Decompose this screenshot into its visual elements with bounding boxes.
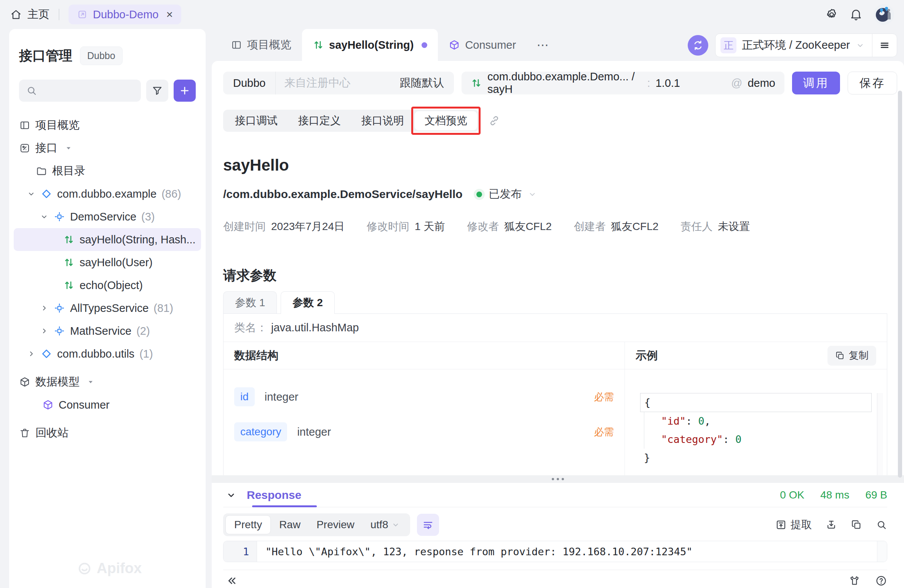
sidebar-item-alltypesservice[interactable]: AllTypesService (81) bbox=[14, 297, 201, 320]
encoding-label: utf8 bbox=[371, 519, 388, 531]
open-project-icon bbox=[77, 9, 88, 20]
save-button[interactable]: 保存 bbox=[848, 72, 897, 94]
field-name[interactable]: id bbox=[234, 387, 255, 406]
copy-example-button[interactable]: 复制 bbox=[827, 346, 876, 366]
panel-columns: 数据结构 id integer 必需 category integer bbox=[224, 342, 887, 475]
tab-consumer[interactable]: Consumer bbox=[438, 29, 527, 61]
invoke-button[interactable]: 调用 bbox=[792, 72, 840, 94]
sidebar-item-consumer-model[interactable]: Consumer bbox=[14, 393, 201, 416]
download-icon[interactable] bbox=[826, 519, 837, 530]
sidebar-item-package-utils[interactable]: com.dubbo.utils (1) bbox=[14, 342, 201, 365]
protocol-select[interactable]: Dubbo bbox=[223, 77, 275, 89]
topbar: 主页 Dubbo-Demo × bbox=[0, 0, 904, 29]
chevron-right-icon[interactable] bbox=[40, 304, 49, 313]
doc-path: /com.dubbo.example.DemoService/sayHello bbox=[223, 188, 463, 201]
mode-pretty[interactable]: Pretty bbox=[225, 515, 271, 534]
encoding-select[interactable]: utf8 bbox=[363, 515, 408, 534]
caret-down-icon[interactable] bbox=[87, 378, 94, 386]
home-button[interactable]: 主页 bbox=[10, 7, 50, 22]
copy-icon[interactable] bbox=[851, 519, 862, 530]
response-view-segmented: Pretty Raw Preview utf8 bbox=[223, 513, 410, 536]
avatar[interactable] bbox=[874, 4, 894, 25]
help-icon[interactable] bbox=[875, 575, 887, 587]
example-scrollbar[interactable] bbox=[877, 393, 883, 475]
sidebar-item-interfaces[interactable]: 接口 bbox=[14, 137, 201, 160]
sidebar-item-package-example[interactable]: com.dubbo.example (86) bbox=[14, 182, 201, 205]
field-row-id: id integer 必需 bbox=[234, 385, 614, 409]
service-path-field[interactable]: com.dubbo.example.Demo... / sayH : 1.0.1… bbox=[462, 72, 784, 94]
apifox-watermark: Apifox bbox=[77, 560, 142, 577]
environment-selector[interactable]: 正 正式环境 / ZooKeeper bbox=[716, 37, 872, 53]
tab-sayhello-string[interactable]: sayHello(String) bbox=[302, 29, 438, 61]
subtab-debug[interactable]: 接口调试 bbox=[225, 111, 287, 130]
subtab-definition[interactable]: 接口定义 bbox=[288, 111, 351, 130]
status-badge[interactable]: 已发布 bbox=[489, 187, 522, 202]
registry-input[interactable]: 来自注册中心 bbox=[276, 75, 400, 91]
extract-button[interactable]: 提取 bbox=[775, 518, 812, 532]
caret-down-icon[interactable] bbox=[65, 144, 72, 152]
example-code-editor[interactable]: { "id": 0, "category": 0 } bbox=[640, 393, 883, 475]
data-structure-column: 数据结构 id integer 必需 category integer bbox=[224, 342, 625, 475]
response-splitter-handle[interactable] bbox=[212, 475, 904, 483]
response-tab[interactable]: Response bbox=[247, 489, 301, 502]
tree-count: (1) bbox=[139, 348, 153, 360]
chevron-right-icon[interactable] bbox=[27, 349, 36, 358]
chevron-down-icon[interactable] bbox=[40, 212, 49, 221]
sidebar-item-trash[interactable]: 回收站 bbox=[14, 422, 201, 444]
doc-preview-area: sayHello /com.dubbo.example.DemoService/… bbox=[212, 132, 904, 475]
bell-icon[interactable] bbox=[849, 8, 863, 21]
sidebar-item-demoservice[interactable]: DemoService (3) bbox=[14, 205, 201, 228]
gear-icon[interactable] bbox=[825, 8, 839, 21]
collapse-sidebar-icon[interactable] bbox=[225, 574, 238, 587]
overview-icon bbox=[19, 120, 30, 131]
subtab-doc-preview[interactable]: 文档预览 bbox=[415, 111, 477, 130]
sidebar-item-sayhello-user[interactable]: sayHello(User) bbox=[14, 251, 201, 274]
doc-path-row: /com.dubbo.example.DemoService/sayHello … bbox=[223, 187, 887, 202]
response-body-editor[interactable]: 1 "Hello \"Apifox\", 123, response from … bbox=[223, 541, 887, 562]
chevron-down-icon[interactable] bbox=[27, 189, 36, 198]
mode-preview[interactable]: Preview bbox=[309, 515, 362, 534]
field-list: id integer 必需 category integer 必需 bbox=[224, 369, 624, 455]
tree-label: DemoService bbox=[70, 211, 136, 223]
sync-button[interactable] bbox=[688, 35, 708, 56]
class-name-value: java.util.HashMap bbox=[271, 321, 359, 334]
response-scrollbar[interactable] bbox=[877, 541, 887, 562]
project-tab[interactable]: Dubbo-Demo × bbox=[69, 5, 181, 24]
add-button[interactable] bbox=[174, 80, 196, 102]
sidebar-item-project-overview[interactable]: 项目概览 bbox=[14, 114, 201, 137]
param-tab-2[interactable]: 参数 2 bbox=[281, 291, 334, 314]
sidebar-item-sayhello-string-hash[interactable]: sayHello(String, Hash... bbox=[14, 228, 201, 251]
wrap-lines-button[interactable] bbox=[417, 514, 439, 536]
search-icon[interactable] bbox=[876, 519, 887, 530]
sidebar-item-data-models[interactable]: 数据模型 bbox=[14, 371, 201, 393]
chevron-right-icon[interactable] bbox=[40, 326, 49, 336]
tabs-more-button[interactable]: ⋯ bbox=[527, 29, 560, 61]
sidebar-item-echo-object[interactable]: echo(Object) bbox=[14, 274, 201, 297]
service-path-text: com.dubbo.example.Demo... / sayH bbox=[487, 70, 642, 96]
tab-project-overview[interactable]: 项目概览 bbox=[220, 29, 302, 61]
tree-count: (81) bbox=[153, 302, 173, 315]
filter-button[interactable] bbox=[146, 80, 168, 102]
link-icon[interactable] bbox=[488, 115, 500, 127]
mode-raw[interactable]: Raw bbox=[272, 515, 308, 534]
sidebar-item-mathservice[interactable]: MathService (2) bbox=[14, 320, 201, 342]
search-input[interactable] bbox=[19, 80, 141, 102]
subtab-description[interactable]: 接口说明 bbox=[351, 111, 414, 130]
theme-shirt-icon[interactable] bbox=[848, 575, 861, 587]
env-menu-button[interactable] bbox=[872, 40, 897, 51]
param-tab-1[interactable]: 参数 1 bbox=[223, 291, 277, 313]
request-params-heading: 请求参数 bbox=[223, 267, 887, 284]
follow-default-select[interactable]: 跟随默认 bbox=[400, 75, 454, 91]
wrap-lines-icon bbox=[422, 519, 434, 530]
meta-label: 创建时间 bbox=[223, 220, 266, 232]
watermark-label: Apifox bbox=[97, 560, 142, 577]
field-name[interactable]: category bbox=[234, 422, 287, 441]
footer-icons bbox=[848, 575, 887, 587]
window-scrollbar-thumb[interactable] bbox=[898, 91, 902, 478]
package-diamond-icon bbox=[41, 188, 52, 200]
chevron-down-icon[interactable] bbox=[527, 189, 537, 199]
sidebar-item-root-folder[interactable]: 根目录 bbox=[14, 160, 201, 182]
collapse-response-icon[interactable] bbox=[225, 489, 237, 501]
meta-value: 2023年7月24日 bbox=[271, 220, 345, 232]
close-project-tab-icon[interactable]: × bbox=[166, 8, 173, 21]
